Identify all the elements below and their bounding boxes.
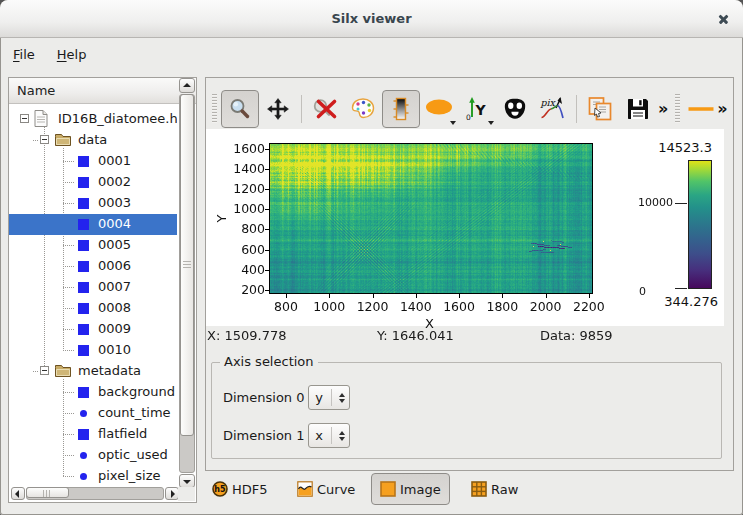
scroll-right-button[interactable] <box>165 487 179 500</box>
tree-item-background[interactable]: background <box>9 382 177 403</box>
tree-item-0008[interactable]: 0008 <box>9 298 177 319</box>
tree-item-label: optic_used <box>98 447 168 462</box>
tree-item-label: ID16B_diatomee.h <box>58 111 177 126</box>
plot-area[interactable]: 8001000120014001600180020002200200400600… <box>206 129 724 326</box>
tree-item-count-time[interactable]: count_time <box>9 403 177 424</box>
menu-mnemonic: F <box>13 47 20 62</box>
colorbar-gradient <box>688 160 712 289</box>
palette-icon <box>350 96 376 122</box>
x-tick-label: 800 <box>266 299 306 314</box>
profile-tool-button[interactable]: pix <box>534 90 572 128</box>
dimension-1-row: Dimension 1 x <box>223 423 350 448</box>
toolbar-handle[interactable] <box>675 94 680 124</box>
colormap-dialog-button[interactable] <box>344 90 382 128</box>
view-tab-raw[interactable]: Raw <box>462 473 527 505</box>
zoom-tool-button[interactable] <box>221 90 259 128</box>
titlebar[interactable]: Silx viewer <box>0 0 743 38</box>
hscroll-trough[interactable] <box>26 487 164 500</box>
spin-up-icon[interactable] <box>339 431 345 435</box>
folder-icon <box>55 133 72 147</box>
dropdown-indicator-icon <box>488 121 494 125</box>
tree-item-0001[interactable]: 0001 <box>9 151 177 172</box>
y-axis-orientation-button[interactable]: Y0 <box>458 90 496 128</box>
dimension-1-spin-arrows[interactable] <box>335 424 349 447</box>
tree-item-0006[interactable]: 0006 <box>9 256 177 277</box>
tree-item-0007[interactable]: 0007 <box>9 277 177 298</box>
tree-item-label: 0003 <box>98 195 131 210</box>
dimension-1-spinbox[interactable]: x <box>308 423 350 448</box>
toolbar-separator <box>301 95 302 123</box>
x-tick-mark <box>589 294 590 298</box>
menu-item-help[interactable]: Help <box>48 43 96 67</box>
x-tick-mark <box>459 294 460 298</box>
tree-item-flatfield[interactable]: flatfield <box>9 424 177 445</box>
reset-zoom-button[interactable] <box>306 90 344 128</box>
colorbar-toggle-button[interactable] <box>382 90 420 128</box>
toolbar-handle[interactable] <box>212 94 217 124</box>
svg-text:pix: pix <box>540 96 557 107</box>
dimension-0-label: Dimension 0 <box>223 390 308 405</box>
spin-down-icon[interactable] <box>339 437 345 441</box>
y-tick-label: 1400 <box>227 161 265 176</box>
tree-header-label: Name <box>17 83 55 98</box>
aspect-ratio-button[interactable] <box>420 90 458 128</box>
mask-tool-button[interactable] <box>496 90 534 128</box>
tree-item-pixel-size[interactable]: pixel_size <box>9 466 177 487</box>
tree-item-label: 0008 <box>98 300 131 315</box>
tree-horizontal-scrollbar[interactable] <box>9 487 178 501</box>
expander-minus-icon[interactable] <box>20 114 29 123</box>
expander-minus-icon[interactable] <box>40 366 49 375</box>
tree-vertical-scrollbar[interactable] <box>178 78 196 488</box>
toolbar-separator <box>576 95 577 123</box>
y-tick-mark <box>265 270 269 271</box>
tree-header-name[interactable]: Name <box>9 78 196 104</box>
y-tick-label: 600 <box>227 242 265 257</box>
y-tick-label: 200 <box>227 282 265 297</box>
dataset-icon <box>78 219 89 230</box>
tree-item-label: background <box>98 384 175 399</box>
colorbar-tick-label: 10000 <box>633 196 673 209</box>
save-button[interactable] <box>619 90 657 128</box>
tree-item-0002[interactable]: 0002 <box>9 172 177 193</box>
view-tab-image[interactable]: Image <box>371 473 450 505</box>
tree-item-0005[interactable]: 0005 <box>9 235 177 256</box>
tree-item-0010[interactable]: 0010 <box>9 340 177 361</box>
spin-down-icon[interactable] <box>339 399 345 403</box>
image-icon <box>380 481 396 497</box>
menu-mnemonic: H <box>57 47 67 62</box>
scroll-down-button[interactable] <box>179 474 195 488</box>
spin-up-icon[interactable] <box>339 393 345 397</box>
file-icon-wrap <box>34 110 48 130</box>
close-button[interactable] <box>713 9 733 29</box>
hscroll-grip <box>43 490 52 497</box>
toolbar-extension-chevron[interactable]: » <box>717 99 727 118</box>
tree-item-0004[interactable]: 0004 <box>9 214 177 235</box>
pan-tool-button[interactable] <box>259 90 297 128</box>
dimension-0-spin-arrows[interactable] <box>335 386 349 409</box>
x-tick-label: 2200 <box>569 299 609 314</box>
tree-item-optic-used[interactable]: optic_used <box>9 445 177 466</box>
view-tab-hdf5[interactable]: h5HDF5 <box>203 473 277 505</box>
tree-item-0003[interactable]: 0003 <box>9 193 177 214</box>
menu-item-file[interactable]: File <box>4 43 44 67</box>
vscroll-trough[interactable] <box>179 94 195 473</box>
tree-item-label: pixel_size <box>98 468 160 483</box>
dimension-0-spinbox[interactable]: y <box>308 385 350 410</box>
copy-button[interactable] <box>581 90 619 128</box>
toolbar-extension-chevron[interactable]: » <box>658 99 668 118</box>
expander-minus-icon[interactable] <box>40 135 49 144</box>
view-tab-curve[interactable]: Curve <box>288 473 364 505</box>
plot-panel: Y0pix»» 80010001200140016001800200022002… <box>205 77 734 471</box>
dataset-icon <box>78 324 89 335</box>
tree-item-data[interactable]: data <box>9 130 177 151</box>
svg-text:h5: h5 <box>214 485 226 494</box>
heatmap-image[interactable] <box>270 144 592 293</box>
arrow-left-icon <box>15 490 19 498</box>
tree-item-metadata[interactable]: metadata <box>9 361 177 382</box>
scroll-left-button[interactable] <box>11 487 25 500</box>
tree-item-0009[interactable]: 0009 <box>9 319 177 340</box>
horizontal-profile-button[interactable] <box>686 90 716 128</box>
scalar-icon <box>80 410 87 417</box>
tree-item-id16b-diatomee-h[interactable]: ID16B_diatomee.h <box>9 109 177 130</box>
scroll-up-button[interactable] <box>179 78 195 93</box>
